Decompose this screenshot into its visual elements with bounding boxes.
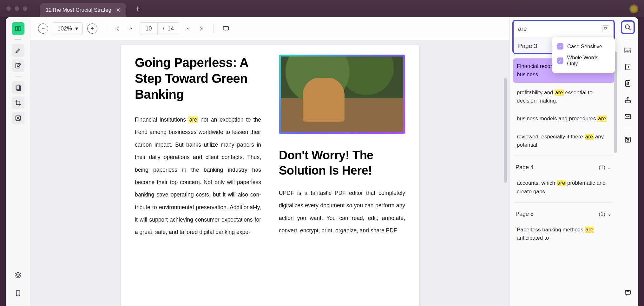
- svg-rect-4: [223, 27, 229, 30]
- chevron-down-icon: ⌄: [607, 164, 612, 171]
- close-window-icon[interactable]: [6, 6, 11, 11]
- paragraph: UPDF is a fantastic PDF editor that comp…: [279, 187, 405, 237]
- checkbox-checked-icon: ✓: [557, 43, 563, 50]
- result-group-header[interactable]: Page 4 (1) ⌄: [512, 158, 615, 173]
- search-button[interactable]: [621, 20, 635, 34]
- zoom-select[interactable]: 102% ▾: [53, 22, 83, 35]
- search-options-popover: ✓ Case Sensitive ✓ Whole Words Only: [552, 37, 615, 73]
- scrollbar-thumb[interactable]: [504, 78, 507, 183]
- checkbox-checked-icon: ✓: [557, 57, 563, 64]
- protect-button[interactable]: [621, 76, 635, 90]
- tab-close-icon[interactable]: ✕: [116, 7, 121, 14]
- article-image: [279, 55, 405, 134]
- svg-rect-15: [627, 137, 629, 139]
- layers-button[interactable]: [12, 269, 24, 281]
- crop-tool-button[interactable]: [12, 96, 24, 109]
- last-page-button[interactable]: [197, 24, 206, 33]
- separator: [624, 39, 632, 39]
- save-button[interactable]: [621, 133, 635, 147]
- maximize-window-icon[interactable]: [23, 6, 27, 11]
- left-sidebar: [6, 17, 30, 306]
- separator: [15, 76, 22, 77]
- result-group-label: Page 5: [516, 211, 534, 217]
- reader-mode-button[interactable]: [12, 22, 24, 35]
- first-page-button[interactable]: [113, 24, 122, 33]
- top-toolbar: − 102% ▾ + 10 / 14: [30, 17, 509, 40]
- share-button[interactable]: [621, 93, 635, 107]
- zoom-value: 102%: [57, 25, 72, 32]
- email-button[interactable]: [621, 110, 635, 123]
- search-results-list[interactable]: Financial records are crucial for any bu…: [510, 57, 617, 306]
- search-input[interactable]: [518, 25, 599, 32]
- next-page-button[interactable]: [184, 24, 193, 33]
- edit-tool-button[interactable]: [12, 59, 24, 72]
- right-sidebar: OCR: [617, 17, 638, 306]
- bookmark-button[interactable]: [12, 287, 24, 300]
- tab-title: 12The Most Crucial Strateg: [46, 7, 111, 13]
- svg-point-14: [627, 139, 629, 141]
- app-logo-icon: [629, 4, 638, 13]
- svg-point-5: [625, 25, 629, 29]
- highlighter-tool-button[interactable]: [12, 44, 24, 57]
- search-filter-button[interactable]: [602, 25, 609, 32]
- page-heading: Going Paperless: A Step Toward Green Ban…: [135, 55, 261, 102]
- pages-tool-button[interactable]: [12, 81, 24, 94]
- search-result-item[interactable]: profitability and are essential to decis…: [513, 85, 614, 109]
- svg-rect-16: [625, 290, 630, 294]
- convert-button[interactable]: [621, 60, 635, 74]
- new-tab-button[interactable]: ＋: [133, 3, 142, 15]
- result-group-header[interactable]: Page 5 (1) ⌄: [512, 205, 615, 220]
- titlebar: 12The Most Crucial Strateg ✕ ＋: [0, 0, 644, 17]
- case-sensitive-option[interactable]: ✓ Case Sensitive: [557, 41, 610, 52]
- separator: [214, 24, 214, 33]
- redact-tool-button[interactable]: [12, 112, 24, 124]
- svg-rect-10: [627, 83, 629, 85]
- separator: [15, 39, 22, 40]
- search-panel: Page 3 ✓ Case Sensitive ✓ Whole Words On…: [509, 17, 617, 306]
- zoom-out-button[interactable]: −: [38, 23, 48, 34]
- separator: [514, 156, 613, 156]
- search-result-item[interactable]: Paperless banking methods are anticipate…: [513, 222, 614, 246]
- paragraph: Financial institutions are not an except…: [135, 114, 261, 239]
- whole-words-option[interactable]: ✓ Whole Words Only: [557, 52, 610, 69]
- window-controls: [6, 6, 27, 11]
- svg-rect-12: [625, 115, 631, 119]
- pdf-page: Going Paperless: A Step Toward Green Ban…: [121, 45, 419, 306]
- document-viewport[interactable]: Going Paperless: A Step Toward Green Ban…: [30, 40, 509, 306]
- prev-page-button[interactable]: [126, 24, 135, 33]
- separator: [105, 24, 105, 33]
- document-tab[interactable]: 12The Most Crucial Strateg ✕: [40, 3, 126, 17]
- highlighted-word: are: [188, 116, 198, 123]
- separator: [514, 202, 613, 203]
- chevron-down-icon: ⌄: [607, 211, 612, 217]
- zoom-in-button[interactable]: +: [87, 23, 97, 34]
- presentation-button[interactable]: [221, 24, 230, 33]
- search-result-item[interactable]: accounts, which are problematic and crea…: [513, 175, 614, 200]
- ocr-button[interactable]: OCR: [621, 43, 635, 57]
- page-indicator[interactable]: 10 / 14: [140, 22, 179, 35]
- search-result-item[interactable]: business models and procedures are: [513, 111, 614, 127]
- minimize-window-icon[interactable]: [15, 6, 19, 11]
- search-result-item[interactable]: reviewed, especially if there are any po…: [513, 129, 614, 153]
- current-page-input[interactable]: 10: [140, 23, 158, 35]
- separator: [624, 128, 632, 128]
- search-highlighted-area: Page 3 ✓ Case Sensitive ✓ Whole Words On…: [512, 20, 615, 54]
- svg-text:OCR: OCR: [625, 49, 631, 52]
- total-pages: 14: [168, 25, 174, 32]
- comments-button[interactable]: [621, 286, 635, 300]
- chevron-down-icon: ▾: [75, 25, 78, 32]
- section-heading: Don't Worry! The Solution Is Here!: [279, 148, 405, 178]
- result-group-label: Page 4: [516, 164, 534, 171]
